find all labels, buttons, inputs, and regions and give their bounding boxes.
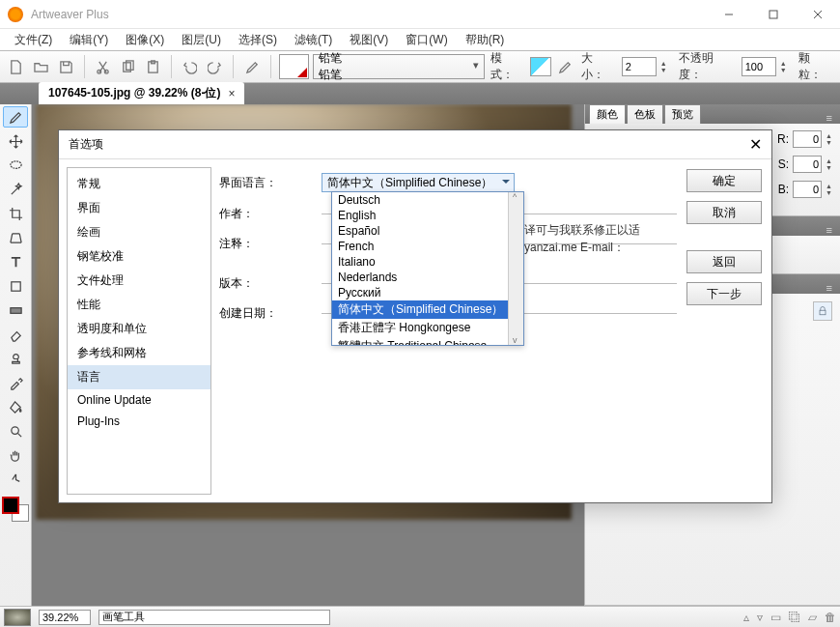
tab-swatches[interactable]: 色板 xyxy=(627,104,663,124)
undo-button[interactable] xyxy=(180,56,201,77)
redo-button[interactable] xyxy=(205,56,226,77)
menu-image[interactable]: 图像(X) xyxy=(117,30,173,50)
menu-help[interactable]: 帮助(R) xyxy=(457,30,514,50)
dialog-close-icon[interactable]: ✕ xyxy=(749,135,762,154)
brush-preset-select[interactable]: 铅笔 铅笔 xyxy=(313,54,484,79)
lang-option[interactable]: Italiano xyxy=(332,254,523,270)
r-input[interactable] xyxy=(793,130,822,148)
lasso-tool[interactable] xyxy=(3,155,28,176)
status-up-icon[interactable]: ▵ xyxy=(743,611,749,624)
ok-button[interactable]: 确定 xyxy=(686,169,762,192)
brush-preview[interactable] xyxy=(279,54,310,79)
lang-option[interactable]: English xyxy=(332,208,523,223)
sidebar-item-painting[interactable]: 绘画 xyxy=(68,220,210,244)
open-file-button[interactable] xyxy=(31,56,52,77)
fill-tool[interactable] xyxy=(3,396,28,417)
lang-option[interactable]: Deutsch xyxy=(332,192,523,208)
new-file-button[interactable] xyxy=(6,56,27,77)
sidebar-item-interface[interactable]: 界面 xyxy=(68,196,210,220)
shape-tool[interactable] xyxy=(3,275,28,297)
eyedropper-tool[interactable] xyxy=(3,372,28,393)
maximize-button[interactable] xyxy=(751,0,796,29)
text-tool[interactable] xyxy=(3,251,28,272)
event-tool[interactable] xyxy=(3,469,28,490)
sidebar-item-pen-calib[interactable]: 钢笔校准 xyxy=(68,244,210,269)
panel2-menu-icon[interactable]: ≡ xyxy=(823,224,836,236)
b-input[interactable] xyxy=(793,181,822,198)
next-button[interactable]: 下一步 xyxy=(686,282,762,305)
dialog-title-bar[interactable]: 首选项 ✕ xyxy=(59,130,771,159)
color-swap[interactable] xyxy=(2,497,29,522)
lang-option[interactable]: 香港正體字 Hongkongese xyxy=(332,319,523,337)
crop-tool[interactable] xyxy=(3,203,28,224)
zoom-field[interactable] xyxy=(39,610,91,625)
panel3-menu-icon[interactable]: ≡ xyxy=(823,282,836,294)
sidebar-item-language[interactable]: 语言 xyxy=(68,365,210,389)
status-trash-icon[interactable]: 🗑 xyxy=(825,611,836,624)
ui-lang-combo[interactable]: 简体中文（Simplified Chinese） xyxy=(322,173,515,192)
lang-option[interactable]: Español xyxy=(332,223,523,239)
wand-tool[interactable] xyxy=(3,179,28,200)
mode-swatch[interactable] xyxy=(530,57,551,76)
sidebar-item-performance[interactable]: 性能 xyxy=(68,293,210,317)
copy-button[interactable] xyxy=(118,56,139,77)
paste-button[interactable] xyxy=(142,56,163,77)
panel-menu-icon[interactable]: ≡ xyxy=(823,112,836,124)
lock-icon[interactable] xyxy=(813,301,832,321)
minimize-button[interactable] xyxy=(707,0,751,29)
sidebar-item-transparency[interactable]: 透明度和单位 xyxy=(68,317,210,341)
close-button[interactable] xyxy=(796,0,840,29)
tab-color[interactable]: 颜色 xyxy=(589,104,626,124)
stamp-tool[interactable] xyxy=(3,348,28,369)
lang-option[interactable]: Русский xyxy=(332,285,523,300)
cancel-button[interactable]: 取消 xyxy=(686,201,762,224)
save-file-button[interactable] xyxy=(55,56,76,77)
brush-tool-icon[interactable] xyxy=(241,56,263,77)
menu-filter[interactable]: 滤镜(T) xyxy=(286,30,341,50)
back-button[interactable]: 返回 xyxy=(686,250,762,273)
size-spinner[interactable]: ▲▼ xyxy=(660,57,667,76)
status-down-icon[interactable]: ▿ xyxy=(757,611,763,624)
mode-brush-icon[interactable] xyxy=(555,56,576,77)
move-tool[interactable] xyxy=(3,130,28,152)
sidebar-item-general[interactable]: 常规 xyxy=(68,172,210,196)
lang-option[interactable]: French xyxy=(332,239,523,254)
menu-edit[interactable]: 编辑(Y) xyxy=(61,30,117,50)
sidebar-item-online-update[interactable]: Online Update xyxy=(68,389,210,411)
sidebar-item-guides[interactable]: 参考线和网格 xyxy=(68,341,210,365)
language-dropdown[interactable]: Deutsch English Español French Italiano … xyxy=(331,191,524,346)
document-tab[interactable]: 107645-105.jpg @ 39.22% (8-位) × xyxy=(39,82,244,104)
gradient-tool[interactable] xyxy=(3,299,28,321)
b-spinner[interactable]: ▲▼ xyxy=(826,180,832,199)
menu-window[interactable]: 窗口(W) xyxy=(397,30,456,50)
sidebar-item-plugins[interactable]: Plug-Ins xyxy=(68,411,210,432)
status-copy-icon[interactable]: ⿻ xyxy=(789,611,800,624)
lang-option[interactable]: 繁體中文 Traditional Chinese xyxy=(332,337,523,346)
status-doc-icon[interactable]: ▭ xyxy=(770,611,781,624)
eraser-tool[interactable] xyxy=(3,324,28,345)
menu-file[interactable]: 文件(Z) xyxy=(6,30,61,50)
foreground-color-swatch[interactable] xyxy=(2,497,19,514)
zoom-tool[interactable] xyxy=(3,420,28,442)
lang-option[interactable]: Nederlands xyxy=(332,270,523,285)
sidebar-item-file-handling[interactable]: 文件处理 xyxy=(68,269,210,293)
status-layer-icon[interactable]: ▱ xyxy=(808,611,817,624)
tab-preview[interactable]: 预览 xyxy=(664,104,701,124)
cut-button[interactable] xyxy=(93,56,114,77)
s-spinner[interactable]: ▲▼ xyxy=(826,155,832,174)
s-input[interactable] xyxy=(793,156,822,173)
r-spinner[interactable]: ▲▼ xyxy=(826,129,832,149)
opacity-input[interactable] xyxy=(742,57,776,76)
current-tool-field[interactable] xyxy=(98,610,330,625)
menu-select[interactable]: 选择(S) xyxy=(230,30,286,50)
brush-tool[interactable] xyxy=(3,106,28,128)
size-input[interactable] xyxy=(622,57,657,76)
menu-view[interactable]: 视图(V) xyxy=(341,30,397,50)
perspective-tool[interactable] xyxy=(3,227,28,248)
dropdown-scrollbar[interactable] xyxy=(508,192,523,345)
document-tab-close-icon[interactable]: × xyxy=(228,87,235,100)
opacity-spinner[interactable]: ▲▼ xyxy=(780,57,787,76)
menu-layer[interactable]: 图层(U) xyxy=(173,30,230,50)
lang-option-selected[interactable]: 简体中文（Simplified Chinese） xyxy=(332,300,523,319)
hand-tool[interactable] xyxy=(3,444,28,466)
